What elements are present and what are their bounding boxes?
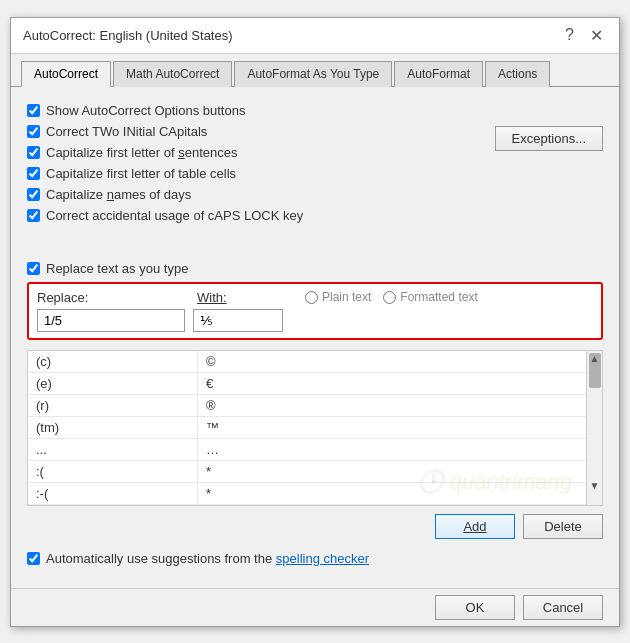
spelling-checker-link[interactable]: spelling checker [276, 551, 369, 566]
table-cell-left: :-( [28, 483, 198, 504]
delete-button[interactable]: Delete [523, 514, 603, 539]
plain-text-radio[interactable] [305, 291, 318, 304]
autocorrect-dialog: AutoCorrect: English (United States) ? ✕… [10, 17, 620, 627]
show-options-checkbox[interactable] [27, 104, 40, 117]
title-bar-controls: ? ✕ [561, 26, 607, 45]
table-cell-left: (tm) [28, 417, 198, 438]
table-cell-left: ... [28, 439, 198, 460]
with-input[interactable] [193, 309, 283, 332]
scrollbar[interactable]: ▼ ▲ [586, 351, 602, 505]
table-cell-left: (r) [28, 395, 198, 416]
title-bar: AutoCorrect: English (United States) ? ✕ [11, 18, 619, 54]
replace-text-checkbox[interactable] [27, 262, 40, 275]
replace-text-row: Replace text as you type [27, 261, 603, 276]
ok-button[interactable]: OK [435, 595, 515, 620]
table-row[interactable]: :-( * [28, 483, 602, 505]
table-row[interactable]: (tm) ™ [28, 417, 602, 439]
spelling-row: Automatically use suggestions from the s… [27, 551, 603, 566]
table-cell-right: ® [198, 395, 602, 416]
formatted-text-radio[interactable] [383, 291, 396, 304]
formatted-text-option: Formatted text [383, 290, 477, 304]
exceptions-btn-area: Exceptions... [495, 124, 603, 151]
correct-two-label: Correct TWo INitial CApitals [46, 124, 207, 139]
spelling-checkbox[interactable] [27, 552, 40, 565]
autocorrect-table: (c) © (e) € (r) ® (tm) ™ ... … [27, 350, 603, 506]
capitalize-table-row: Capitalize first letter of table cells [27, 166, 495, 181]
tab-bar: AutoCorrect Math AutoCorrect AutoFormat … [11, 54, 619, 87]
plain-text-label: Plain text [322, 290, 371, 304]
capitalize-table-label: Capitalize first letter of table cells [46, 166, 236, 181]
capitalize-days-checkbox[interactable] [27, 188, 40, 201]
capitalize-sentences-row: Capitalize first letter of sentences [27, 145, 495, 160]
replace-inputs [29, 309, 601, 338]
with-column-header: With: [197, 290, 297, 305]
table-cell-right: © [198, 351, 602, 372]
tab-autoformat-as-you-type[interactable]: AutoFormat As You Type [234, 61, 392, 87]
cancel-button[interactable]: Cancel [523, 595, 603, 620]
dialog-title: AutoCorrect: English (United States) [23, 28, 233, 43]
plain-text-option: Plain text [305, 290, 371, 304]
add-delete-row: Add Delete [27, 514, 603, 539]
close-icon[interactable]: ✕ [586, 26, 607, 45]
correct-two-row: Correct TWo INitial CApitals [27, 124, 495, 139]
tab-actions[interactable]: Actions [485, 61, 550, 87]
radio-group: Plain text Formatted text [305, 290, 478, 304]
correct-caps-row: Correct accidental usage of cAPS LOCK ke… [27, 208, 495, 223]
bottom-buttons: OK Cancel [11, 588, 619, 626]
help-icon[interactable]: ? [561, 26, 578, 44]
tab-content: Show AutoCorrect Options buttons Correct… [11, 87, 619, 578]
table-inner: (c) © (e) € (r) ® (tm) ™ ... … [28, 351, 602, 505]
exceptions-area: Correct TWo INitial CApitals Capitalize … [27, 124, 603, 229]
table-row[interactable]: ... … [28, 439, 602, 461]
table-cell-right: * [198, 461, 602, 482]
table-row[interactable]: (e) € [28, 373, 602, 395]
correct-caps-label: Correct accidental usage of cAPS LOCK ke… [46, 208, 303, 223]
tab-math-autocorrect[interactable]: Math AutoCorrect [113, 61, 232, 87]
scroll-down-arrow[interactable]: ▼ [589, 480, 601, 491]
correct-caps-checkbox[interactable] [27, 209, 40, 222]
show-options-row: Show AutoCorrect Options buttons [27, 103, 603, 118]
formatted-text-label: Formatted text [400, 290, 477, 304]
capitalize-sentences-checkbox[interactable] [27, 146, 40, 159]
table-row[interactable]: :( * [28, 461, 602, 483]
replace-column-header: Replace: [37, 290, 197, 305]
spelling-label: Automatically use suggestions from the s… [46, 551, 369, 566]
replace-input[interactable] [37, 309, 185, 332]
checkboxes-block: Correct TWo INitial CApitals Capitalize … [27, 124, 495, 229]
tab-autoformat[interactable]: AutoFormat [394, 61, 483, 87]
table-row[interactable]: (r) ® [28, 395, 602, 417]
capitalize-sentences-label: Capitalize first letter of sentences [46, 145, 237, 160]
table-row[interactable]: (c) © [28, 351, 602, 373]
correct-two-checkbox[interactable] [27, 125, 40, 138]
table-cell-right: € [198, 373, 602, 394]
tab-autocorrect[interactable]: AutoCorrect [21, 61, 111, 87]
section-divider [27, 241, 603, 249]
add-button[interactable]: Add [435, 514, 515, 539]
capitalize-days-row: Capitalize names of days [27, 187, 495, 202]
replace-header: Replace: With: Plain text Formatted text [29, 284, 601, 309]
show-options-label[interactable]: Show AutoCorrect Options buttons [46, 103, 245, 118]
table-cell-right: * [198, 483, 602, 504]
table-cell-left: (c) [28, 351, 198, 372]
capitalize-days-label: Capitalize names of days [46, 187, 191, 202]
table-cell-right: … [198, 439, 602, 460]
scroll-up-arrow[interactable]: ▲ [589, 353, 601, 364]
exceptions-button[interactable]: Exceptions... [495, 126, 603, 151]
table-cell-left: (e) [28, 373, 198, 394]
table-cell-left: :( [28, 461, 198, 482]
table-cell-right: ™ [198, 417, 602, 438]
replace-text-label: Replace text as you type [46, 261, 188, 276]
replace-with-section: Replace: With: Plain text Formatted text [27, 282, 603, 340]
capitalize-table-checkbox[interactable] [27, 167, 40, 180]
